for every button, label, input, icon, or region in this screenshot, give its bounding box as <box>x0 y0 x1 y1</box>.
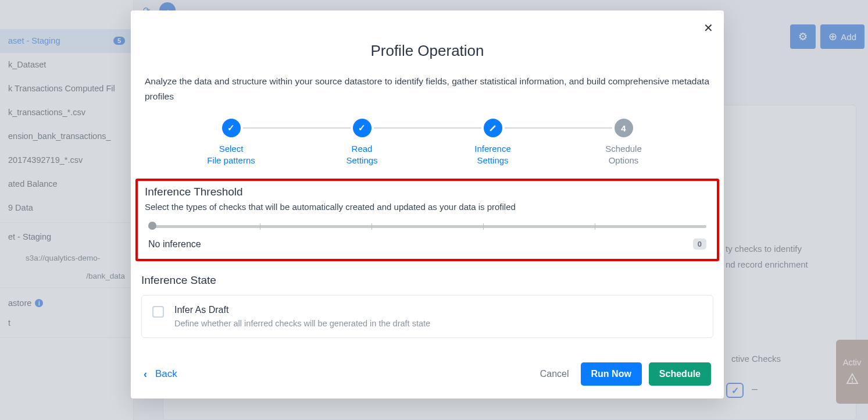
sidebar-item[interactable]: ated Balance <box>0 172 133 196</box>
check-icon: ✓ <box>222 119 241 137</box>
schedule-button[interactable]: Schedule <box>649 362 711 386</box>
check-chip[interactable]: ✓ <box>726 383 744 398</box>
close-button[interactable]: ✕ <box>703 21 713 35</box>
run-now-button[interactable]: Run Now <box>581 362 642 386</box>
activity-tab[interactable]: Activ <box>836 340 868 404</box>
profile-operation-modal: ✕ Profile Operation Analyze the data and… <box>131 10 724 398</box>
sidebar-heading: astore i <box>0 290 133 311</box>
infer-as-draft-card: Infer As Draft Define whether all inferr… <box>141 295 713 338</box>
active-checks-label: ctive Checks <box>731 354 781 364</box>
sidebar-badge: 5 <box>113 37 125 45</box>
step-number: 4 <box>615 119 633 137</box>
sidebar-item-label: aset - Staging <box>8 36 60 45</box>
sidebar-item[interactable]: 20174392719_*.csv <box>0 148 133 172</box>
step-read[interactable]: ✓ Read Settings <box>297 119 427 166</box>
card-title: Infer As Draft <box>174 305 430 315</box>
step-inference[interactable]: Inference Settings <box>427 119 558 166</box>
back-label: Back <box>155 368 177 380</box>
step-select[interactable]: ✓ Select File patterns <box>166 119 297 166</box>
inference-threshold-section: Inference Threshold Select the types of … <box>135 179 719 261</box>
section-sub: Select the types of checks that will be … <box>145 202 710 212</box>
inference-threshold-slider[interactable] <box>148 222 706 230</box>
modal-title: Profile Operation <box>131 42 724 60</box>
section-heading: Inference Threshold <box>145 186 710 198</box>
sidebar-sub: /bank_data <box>0 267 133 285</box>
modal-footer: ‹ Back Cancel Run Now Schedule <box>144 362 711 386</box>
add-button[interactable]: ⊕ Add <box>820 24 865 49</box>
check-icon: ✓ <box>353 119 372 137</box>
sidebar-sub: s3a://qualytics-demo- <box>0 249 133 267</box>
section-heading: Inference State <box>141 274 713 287</box>
gear-icon: ⚙ <box>798 30 808 43</box>
slider-value-chip: 0 <box>693 239 706 250</box>
sidebar-item-staging[interactable]: aset - Staging 5 <box>0 29 133 53</box>
infer-as-draft-checkbox[interactable] <box>152 306 164 318</box>
sidebar-item[interactable]: k_Dataset <box>0 53 133 77</box>
pencil-icon <box>484 119 502 137</box>
slider-value-label: No inference <box>148 239 201 250</box>
sidebar-item[interactable]: ension_bank_transactions_ <box>0 124 133 148</box>
content-text: ty checks to identify nd record enrichme… <box>726 241 808 272</box>
sidebar: aset - Staging 5 k_Dataset k Transaction… <box>0 0 134 420</box>
sidebar-item-secondary[interactable]: et - Staging <box>0 225 133 249</box>
settings-button[interactable]: ⚙ <box>790 24 816 49</box>
card-sub: Define whether all inferred checks will … <box>174 319 430 328</box>
sidebar-item[interactable]: k Transactions Computed Fil <box>0 77 133 101</box>
back-button[interactable]: ‹ Back <box>144 368 177 380</box>
cancel-button[interactable]: Cancel <box>535 363 574 385</box>
stepper: ✓ Select File patterns ✓ Read Settings I… <box>166 119 689 166</box>
chevron-left-icon: ‹ <box>144 368 147 380</box>
warning-icon <box>846 373 859 386</box>
close-icon: ✕ <box>703 22 713 34</box>
info-icon[interactable]: i <box>35 299 43 307</box>
add-label: Add <box>841 32 856 42</box>
sidebar-item[interactable]: k_transactions_*.csv <box>0 101 133 124</box>
svg-point-1 <box>851 381 852 382</box>
slider-thumb[interactable] <box>148 222 156 230</box>
sidebar-item[interactable]: 9 Data <box>0 196 133 220</box>
plus-circle-icon: ⊕ <box>828 30 837 43</box>
modal-description: Analyze the data and structure within yo… <box>145 74 710 104</box>
step-schedule[interactable]: 4 Schedule Options <box>558 119 689 166</box>
inference-state-section: Inference State Infer As Draft Define wh… <box>141 274 713 338</box>
dash: – <box>752 383 758 395</box>
sidebar-item[interactable]: t <box>0 311 133 335</box>
